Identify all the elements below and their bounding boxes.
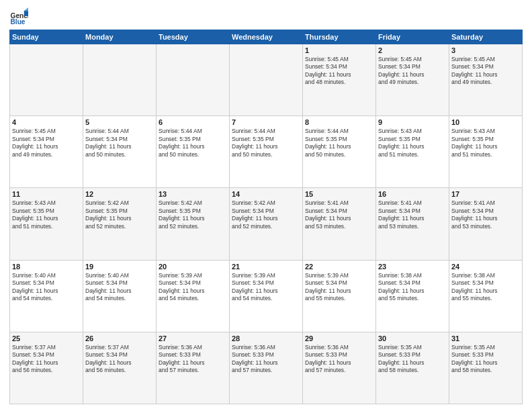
cell-content-line: and 55 minutes. (305, 295, 373, 302)
cell-content-line: Sunset: 5:34 PM (378, 63, 447, 71)
cell-content-line: Sunset: 5:34 PM (159, 279, 227, 287)
cell-content-line: Sunrise: 5:35 AM (378, 344, 447, 351)
cell-content-line: Sunset: 5:34 PM (378, 208, 447, 215)
calendar-cell: 3Sunrise: 5:45 AMSunset: 5:34 PMDaylight… (449, 44, 523, 116)
calendar-cell: 17Sunrise: 5:41 AMSunset: 5:34 PMDayligh… (449, 188, 523, 260)
calendar-cell: 19Sunrise: 5:40 AMSunset: 5:34 PMDayligh… (83, 260, 157, 332)
cell-content-line: Sunrise: 5:45 AM (12, 128, 81, 135)
cell-content-line: Sunrise: 5:43 AM (12, 199, 81, 207)
calendar-cell: 22Sunrise: 5:39 AMSunset: 5:34 PMDayligh… (303, 260, 376, 332)
cell-content-line: Sunset: 5:34 PM (305, 279, 373, 287)
calendar-table: SundayMondayTuesdayWednesdayThursdayFrid… (9, 30, 523, 404)
cell-content-line: Sunrise: 5:39 AM (159, 272, 227, 279)
cell-content-line: Daylight: 11 hours (451, 143, 520, 150)
cell-content-line: Daylight: 11 hours (378, 215, 447, 222)
cell-content-line: Sunset: 5:34 PM (232, 279, 300, 287)
day-number: 31 (451, 334, 520, 342)
cell-content-line: and 50 minutes. (232, 151, 300, 158)
cell-content-line: Sunset: 5:34 PM (85, 279, 154, 287)
page: General Blue SundayMondayTuesdayWednesda… (0, 0, 532, 411)
cell-content-line: Daylight: 11 hours (159, 215, 227, 222)
cell-content-line: Daylight: 11 hours (378, 143, 447, 150)
day-number: 5 (85, 118, 154, 126)
cell-content-line: Daylight: 11 hours (85, 215, 154, 222)
cell-content-line: and 53 minutes. (378, 223, 447, 230)
logo-icon: General Blue (9, 7, 28, 26)
cell-content-line: and 54 minutes. (85, 295, 154, 302)
calendar-cell: 31Sunrise: 5:35 AMSunset: 5:33 PMDayligh… (449, 332, 523, 404)
cell-content-line: Sunrise: 5:37 AM (12, 344, 81, 351)
cell-content-line: and 49 minutes. (12, 151, 81, 158)
cell-content-line: and 57 minutes. (305, 367, 373, 374)
calendar-week-row: 18Sunrise: 5:40 AMSunset: 5:34 PMDayligh… (10, 260, 523, 332)
calendar-cell (157, 44, 230, 116)
cell-content-line: Sunrise: 5:41 AM (451, 199, 520, 207)
cell-content-line: Daylight: 11 hours (378, 287, 447, 295)
calendar-cell: 13Sunrise: 5:42 AMSunset: 5:35 PMDayligh… (157, 188, 230, 260)
cell-content-line: Sunset: 5:33 PM (232, 351, 300, 359)
calendar-cell: 8Sunrise: 5:44 AMSunset: 5:35 PMDaylight… (303, 116, 376, 188)
cell-content-line: and 49 minutes. (451, 79, 520, 86)
cell-content-line: Sunrise: 5:39 AM (305, 272, 373, 279)
cell-content-line: and 54 minutes. (159, 295, 227, 302)
calendar-cell: 4Sunrise: 5:45 AMSunset: 5:34 PMDaylight… (10, 116, 83, 188)
calendar-cell: 28Sunrise: 5:36 AMSunset: 5:33 PMDayligh… (230, 332, 303, 404)
cell-content-line: Daylight: 11 hours (305, 71, 373, 79)
cell-content-line: and 49 minutes. (378, 79, 447, 86)
cell-content-line: Sunset: 5:35 PM (159, 136, 227, 143)
cell-content-line: and 48 minutes. (305, 79, 373, 86)
cell-content-line: Sunrise: 5:42 AM (85, 199, 154, 207)
day-number: 8 (305, 118, 373, 126)
calendar-header-row: SundayMondayTuesdayWednesdayThursdayFrid… (10, 30, 523, 44)
cell-content-line: and 50 minutes. (159, 151, 227, 158)
svg-marker-3 (24, 8, 28, 11)
calendar-cell (10, 44, 83, 116)
cell-content-line: Sunset: 5:35 PM (451, 136, 520, 143)
cell-content-line: Sunset: 5:33 PM (378, 351, 447, 359)
cell-content-line: Daylight: 11 hours (85, 143, 154, 150)
calendar-cell: 9Sunrise: 5:43 AMSunset: 5:35 PMDaylight… (376, 116, 449, 188)
cell-content-line: Daylight: 11 hours (159, 143, 227, 150)
calendar-cell: 2Sunrise: 5:45 AMSunset: 5:34 PMDaylight… (376, 44, 449, 116)
calendar-day-header: Monday (83, 30, 157, 44)
day-number: 2 (378, 46, 447, 54)
cell-content-line: Sunrise: 5:42 AM (232, 199, 300, 207)
calendar-cell: 6Sunrise: 5:44 AMSunset: 5:35 PMDaylight… (157, 116, 230, 188)
cell-content-line: Daylight: 11 hours (451, 71, 520, 79)
calendar-cell: 27Sunrise: 5:36 AMSunset: 5:33 PMDayligh… (157, 332, 230, 404)
cell-content-line: Daylight: 11 hours (159, 359, 227, 367)
cell-content-line: and 53 minutes. (305, 223, 373, 230)
calendar-cell: 21Sunrise: 5:39 AMSunset: 5:34 PMDayligh… (230, 260, 303, 332)
cell-content-line: Daylight: 11 hours (378, 71, 447, 79)
cell-content-line: Daylight: 11 hours (305, 287, 373, 295)
calendar-cell: 10Sunrise: 5:43 AMSunset: 5:35 PMDayligh… (449, 116, 523, 188)
calendar-day-header: Sunday (10, 30, 83, 44)
day-number: 20 (159, 263, 227, 271)
cell-content-line: Sunset: 5:35 PM (232, 136, 300, 143)
calendar-day-header: Friday (376, 30, 449, 44)
cell-content-line: and 53 minutes. (451, 223, 520, 230)
calendar-week-row: 11Sunrise: 5:43 AMSunset: 5:35 PMDayligh… (10, 188, 523, 260)
cell-content-line: Sunset: 5:34 PM (12, 279, 81, 287)
calendar-cell: 25Sunrise: 5:37 AMSunset: 5:34 PMDayligh… (10, 332, 83, 404)
calendar-cell (83, 44, 157, 116)
day-number: 11 (12, 190, 81, 198)
day-number: 13 (159, 190, 227, 198)
day-number: 10 (451, 118, 520, 126)
cell-content-line: Sunset: 5:34 PM (305, 63, 373, 71)
cell-content-line: Sunrise: 5:45 AM (305, 56, 373, 63)
cell-content-line: Sunset: 5:34 PM (12, 351, 81, 359)
day-number: 25 (12, 334, 81, 342)
cell-content-line: and 55 minutes. (451, 295, 520, 302)
cell-content-line: Daylight: 11 hours (305, 215, 373, 222)
cell-content-line: and 56 minutes. (85, 367, 154, 374)
cell-content-line: Sunset: 5:34 PM (451, 279, 520, 287)
cell-content-line: and 54 minutes. (12, 295, 81, 302)
cell-content-line: Sunrise: 5:45 AM (378, 56, 447, 63)
cell-content-line: and 54 minutes. (232, 295, 300, 302)
calendar-cell: 18Sunrise: 5:40 AMSunset: 5:34 PMDayligh… (10, 260, 83, 332)
cell-content-line: Sunrise: 5:40 AM (85, 272, 154, 279)
calendar-cell: 12Sunrise: 5:42 AMSunset: 5:35 PMDayligh… (83, 188, 157, 260)
cell-content-line: Sunrise: 5:43 AM (378, 128, 447, 135)
cell-content-line: and 57 minutes. (232, 367, 300, 374)
